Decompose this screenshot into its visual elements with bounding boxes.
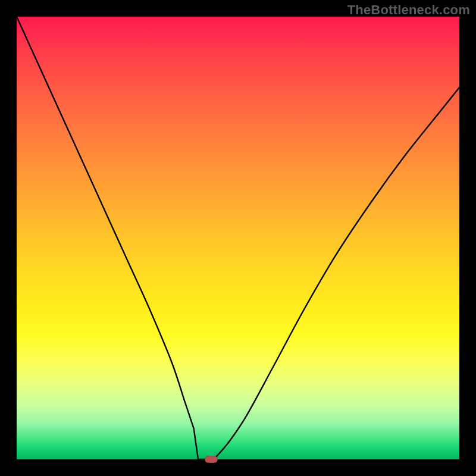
min-marker [205, 456, 218, 463]
watermark-text: TheBottleneck.com [347, 2, 470, 18]
chart-frame: TheBottleneck.com [0, 0, 476, 476]
curve-path [17, 17, 459, 459]
bottleneck-curve [17, 17, 459, 459]
plot-area [17, 17, 459, 459]
